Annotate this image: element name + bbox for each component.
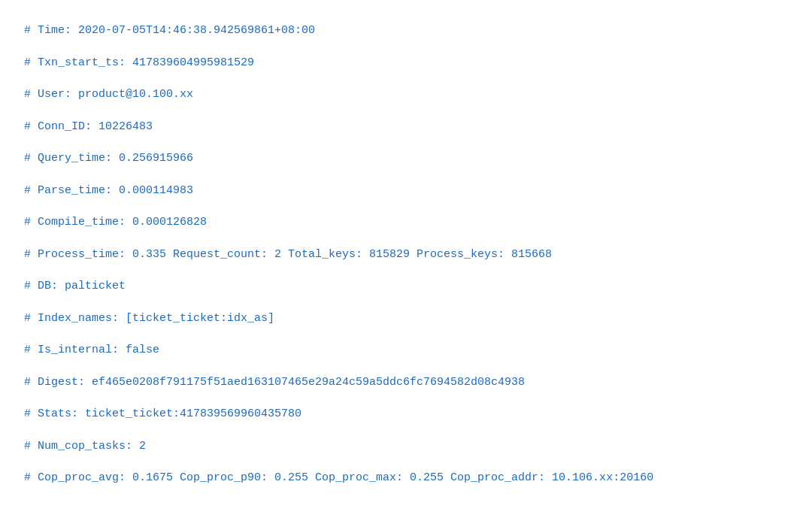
- log-line: # Process_time: 0.335 Request_count: 2 T…: [24, 239, 788, 271]
- log-line: # Compile_time: 0.000126828: [24, 207, 788, 239]
- log-line: # Conn_ID: 10226483: [24, 111, 788, 144]
- log-line: # DB: palticket: [24, 271, 788, 303]
- log-line: # Txn_start_ts: 417839604995981529: [24, 47, 788, 80]
- log-line: # Parse_time: 0.000114983: [24, 175, 788, 207]
- log-line: # Index_names: [ticket_ticket:idx_as]: [24, 303, 788, 335]
- log-container: # Time: 2020-07-05T14:46:38.942569861+08…: [24, 15, 788, 495]
- log-line: # Is_internal: false: [24, 335, 788, 367]
- log-line: # Stats: ticket_ticket:41783956996043578…: [24, 398, 788, 431]
- log-line: # Cop_proc_avg: 0.1675 Cop_proc_p90: 0.2…: [24, 462, 788, 495]
- log-line: # Time: 2020-07-05T14:46:38.942569861+08…: [24, 15, 788, 47]
- log-line: # User: product@10.100.xx: [24, 79, 788, 111]
- log-line: # Num_cop_tasks: 2: [24, 431, 788, 463]
- log-line: # Query_time: 0.256915966: [24, 143, 788, 175]
- log-line: # Digest: ef465e0208f791175f51aed1631074…: [24, 367, 788, 399]
